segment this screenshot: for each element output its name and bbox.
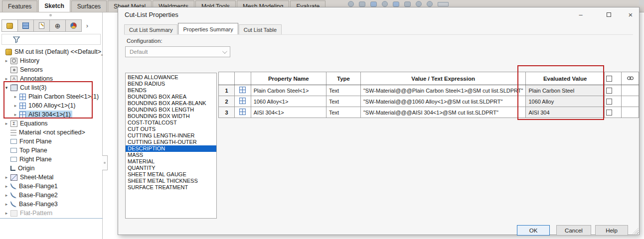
property-list-item-bounding-box-area-blank[interactable]: BOUNDING BOX AREA-BLANK <box>126 100 216 107</box>
toolbar-icon[interactable] <box>393 1 399 7</box>
property-list-item-cut-outs[interactable]: CUT OUTS <box>126 126 216 132</box>
tree-item-equations[interactable]: ▸Equations <box>0 119 103 128</box>
tab-featuremanager[interactable] <box>1 19 18 32</box>
expand-arrow-icon[interactable]: ▸ <box>3 121 10 126</box>
property-list-item-bend-radius[interactable]: BEND RADIUS <box>126 81 216 87</box>
type-header: Type <box>326 72 361 85</box>
toolbar-icon[interactable] <box>348 1 354 7</box>
property-list-item-bounding-box-length[interactable]: BOUNDING BOX LENGTH <box>126 107 216 113</box>
ribbon-tab-features[interactable]: Features <box>2 0 37 12</box>
tree-item-label: History <box>20 57 39 64</box>
row-number-cell: 1 <box>219 85 235 96</box>
tab-displaymanager[interactable] <box>65 19 82 32</box>
property-list-item-quantity[interactable]: QUANTITY <box>126 165 216 171</box>
property-name-cell[interactable]: Plain Carbon Steel<1> <box>251 85 326 96</box>
row-checkbox[interactable] <box>606 88 612 94</box>
row-icon-header <box>235 72 251 85</box>
property-list-item-sheet-metal-gauge[interactable]: SHEET METAL GAUGE <box>126 171 216 178</box>
type-cell[interactable]: Text <box>326 107 361 118</box>
tree-item-label: Sheet-Metal <box>20 174 53 181</box>
panel-splitter-handle[interactable] <box>102 155 108 170</box>
property-list-item-bends[interactable]: BENDS <box>126 87 216 94</box>
maximize-button[interactable] <box>601 8 617 20</box>
tree-item-top-plane[interactable]: Top Plane <box>0 146 103 155</box>
help-button[interactable]: Help <box>595 225 628 236</box>
expression-cell[interactable]: "SW-Material@@@Plain Carbon Steel<1>@SM … <box>360 85 525 96</box>
tree-item-history[interactable]: ▸History <box>0 56 103 65</box>
expand-arrow-icon[interactable]: ▸ <box>3 193 10 198</box>
tree-item-base-flange2[interactable]: ▸Base-Flange2 <box>0 191 103 200</box>
tab-properties-summary[interactable]: Properties Summary <box>178 23 238 34</box>
feature-tree: SM cut list (Default) <<Default>_Dis▸His… <box>0 47 103 218</box>
tree-item-right-plane[interactable]: Right Plane <box>0 155 103 164</box>
ok-button[interactable]: OK <box>517 225 550 236</box>
expand-arrow-icon[interactable]: ▸ <box>3 58 10 63</box>
property-list-item-cost-totalcost[interactable]: COST-TOTALCOST <box>126 120 216 126</box>
tab-cut-list-table[interactable]: Cut List Table <box>239 24 282 34</box>
property-list-item-sheet-metal-thickness[interactable]: SHEET METAL THICKNESS <box>126 178 216 184</box>
property-list-item-description[interactable]: DESCRIPTION <box>126 145 216 152</box>
plane-icon <box>10 139 17 144</box>
expression-cell[interactable]: "SW-Material@@@1060 Alloy<1>@SM cut list… <box>360 96 525 107</box>
tree-divider <box>0 218 103 219</box>
expand-arrow-icon[interactable]: ▸ <box>3 184 10 189</box>
tree-item-material-not-specified[interactable]: Material <not specified> <box>0 128 103 137</box>
tree-item-content: SM cut list (Default) <<Default>_Dis <box>5 48 103 56</box>
tree-item-base-flange1[interactable]: ▸Base-Flange1 <box>0 182 103 191</box>
property-list-item-bend-allowance[interactable]: BEND ALLOWANCE <box>126 74 216 81</box>
origin-icon <box>10 166 15 171</box>
tree-item-label: Equations <box>20 120 48 127</box>
close-button[interactable]: × <box>623 8 639 20</box>
panel-tabs-more-button[interactable]: › <box>81 19 93 32</box>
tab-configurationmanager[interactable] <box>33 19 50 32</box>
expand-arrow-icon[interactable]: ▸ <box>3 211 10 216</box>
panel-tab-bar: ⊕ › <box>1 19 93 32</box>
property-list-item-mass[interactable]: MASS <box>126 152 216 158</box>
property-list-item-cutting-length-outer[interactable]: CUTTING LENGTH-OUTER <box>126 139 216 145</box>
ribbon-tab-surfaces[interactable]: Surfaces <box>71 0 107 12</box>
row-checkbox[interactable] <box>606 99 612 105</box>
cancel-button[interactable]: Cancel <box>556 225 591 236</box>
minimize-button[interactable]: – <box>573 8 589 20</box>
row-checkbox[interactable] <box>606 110 612 116</box>
type-cell[interactable]: Text <box>326 85 361 96</box>
history-icon <box>10 58 17 64</box>
tree-item-sm-cut-list-default-default-dis[interactable]: SM cut list (Default) <<Default>_Dis <box>0 47 103 56</box>
expression-cell[interactable]: "SW-Material@@@AISI 304<1>@SM cut list.S… <box>360 107 525 118</box>
tab-cut-list-summary[interactable]: Cut List Summary <box>124 24 177 34</box>
property-list-item-material[interactable]: MATERIAL <box>126 158 216 165</box>
tree-item-front-plane[interactable]: Front Plane <box>0 137 103 146</box>
ribbon-tab-sketch[interactable]: Sketch <box>38 0 70 12</box>
expression-header: Value / Text Expression <box>360 72 525 85</box>
resize-grip[interactable] <box>633 228 639 234</box>
property-name-cell[interactable]: AISI 304<1> <box>251 107 326 118</box>
tree-item-base-flange3[interactable]: ▸Base-Flange3 <box>0 200 103 209</box>
property-list-item-bounding-box-width[interactable]: BOUNDING BOX WIDTH <box>126 113 216 120</box>
property-list-item-cutting-length-inner[interactable]: CUTTING LENGTH-INNER <box>126 132 216 139</box>
toolbar-icon[interactable] <box>427 1 433 7</box>
tree-item-origin[interactable]: Origin <box>0 164 103 173</box>
toolbar-icon[interactable] <box>370 1 377 7</box>
property-name-cell[interactable]: 1060 Alloy<1> <box>251 96 326 107</box>
tree-item-sheet-metal[interactable]: ▸Sheet-Metal <box>0 173 103 182</box>
expand-arrow-icon[interactable]: ▸ <box>3 175 10 180</box>
tree-filter-input[interactable] <box>1 34 101 45</box>
select-all-checkbox[interactable] <box>606 76 612 82</box>
property-list-item-bounding-box-area[interactable]: BOUNDING BOX AREA <box>126 94 216 100</box>
toolbar-icon[interactable] <box>416 1 422 7</box>
tab-propertymanager[interactable] <box>17 19 34 32</box>
tab-dimxpertmanager[interactable]: ⊕ <box>49 19 66 32</box>
chevron-down-icon <box>222 49 227 54</box>
configuration-dropdown[interactable]: Default <box>125 46 230 57</box>
type-cell[interactable]: Text <box>326 96 361 107</box>
toolbar-icon[interactable] <box>359 1 365 7</box>
toolbar-icon[interactable] <box>404 1 411 7</box>
expand-arrow-icon[interactable]: ▸ <box>3 202 10 207</box>
property-list-item-surface-treatment[interactable]: SURFACE TREATMENT <box>126 184 216 191</box>
expand-arrow-icon[interactable]: ▸ <box>3 76 10 81</box>
toolbar-icon[interactable] <box>382 1 388 7</box>
keyboard-icon[interactable] <box>438 2 449 6</box>
tree-item-flat-pattern[interactable]: ▸Flat-Pattern <box>0 209 103 218</box>
tree-item-sensors[interactable]: Sensors <box>0 65 103 74</box>
material-icon <box>10 130 16 135</box>
